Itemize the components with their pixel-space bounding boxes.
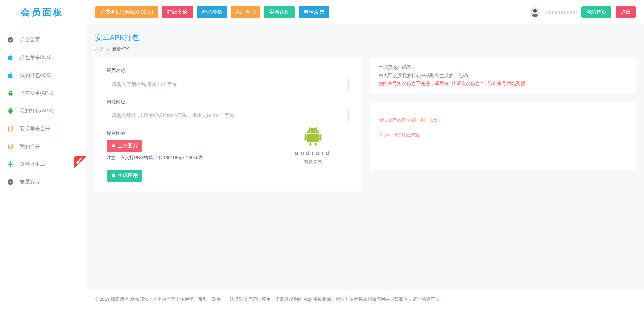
notice-line-1: 测试版有效期为24小时（1天）， <box>378 117 628 123</box>
brand-icon <box>4 6 18 19</box>
main-content: 安卓APK打包 系统 新增APK 应用名称 网站网址 应用图标 上传图片 注意：… <box>87 24 644 290</box>
upload-image-button[interactable]: 上传图片 <box>107 140 142 152</box>
sidebar-item-label: 打包苹果(iOS) <box>20 54 52 61</box>
sidebar-item-merge-my[interactable]: 我的合并 <box>0 138 87 155</box>
avatar[interactable] <box>530 7 540 17</box>
realname-auth-button[interactable]: 实名认证 <box>264 6 295 18</box>
sidebar-item-label: 安卓苹果合并 <box>20 125 50 132</box>
sidebar-item-label: 我的打包(APK) <box>20 108 53 114</box>
api-button[interactable]: Api 接口 <box>231 6 261 18</box>
site-url-label: 网站网址 <box>107 99 349 105</box>
page-title: 安卓APK打包 <box>95 33 636 43</box>
android-logo-icon <box>301 124 325 148</box>
question-icon <box>7 178 14 186</box>
sidebar-item-merge[interactable]: 安卓苹果合并 <box>0 120 87 138</box>
copy-icon <box>7 125 14 132</box>
recharge-button[interactable]: 在线充值 <box>162 6 193 18</box>
sidebar-item-label: 专属客服 <box>20 179 40 185</box>
notice-line-2: 请尽可能使用正式版。 <box>378 132 628 138</box>
new-ribbon-badge: NEW <box>74 156 87 169</box>
sidebar-menu: 后台首页 打包苹果(iOS) 我的打包(iOS) 打包安卓(APK) 我的打包(… <box>0 24 87 191</box>
icon-preview-caption: 图标展示 <box>279 159 346 165</box>
sidebar-item-support[interactable]: 专属客服 <box>0 173 87 191</box>
user-area: 18888888888 网站首页 退出 <box>530 6 636 18</box>
sidebar-item-dashboard[interactable]: 后台首页 <box>0 31 87 49</box>
site-url-input[interactable] <box>107 109 349 122</box>
app-icon-preview: android 图标展示 <box>279 124 346 165</box>
sidebar-item-label: 短网址生成 <box>20 161 45 167</box>
invoice-button[interactable]: 申请发票 <box>299 6 329 18</box>
android-icon <box>7 90 14 97</box>
realname-warning-text[interactable]: 您的账号实名信息不完整，请尽快" 认证实名信息 "，防止账号功能受损 <box>378 80 628 88</box>
product-price-button[interactable]: 产品价格 <box>197 6 227 18</box>
qr-preview-card: 生成预览扫码区： 您也可以进我的打包中获取您生成的二维码 您的账号实名信息不完整… <box>370 58 636 93</box>
apple-icon <box>7 72 14 79</box>
android-icon <box>7 107 14 114</box>
sidebar-item-shorturl[interactable]: 短网址生成 NEW <box>0 155 87 173</box>
app-name-label: 应用名称 <box>107 68 349 74</box>
footer-copyright-text: © 2019 版权所有 发布须知：本平台严禁上传色情、反动、政治、非法博彩类等违… <box>95 297 440 302</box>
logout-button[interactable]: 退出 <box>616 6 636 18</box>
copy-icon <box>7 143 14 150</box>
apk-form-card: 应用名称 网站网址 应用图标 上传图片 注意：仅支持PNG格式,上传180*18… <box>95 58 361 191</box>
sidebar-item-label: 我的打包(iOS) <box>20 72 52 79</box>
footer: © 2019 版权所有 发布须知：本平台严禁上传色情、反动、政治、非法博彩类等违… <box>87 290 644 309</box>
plane-icon <box>7 161 14 168</box>
breadcrumb-root[interactable]: 系统 <box>95 46 103 52</box>
consumption-detail-button[interactable]: 消费明细 (余额:0.00元) <box>95 6 158 18</box>
sidebar-item-apk-my[interactable]: 我的打包(APK) <box>0 102 87 120</box>
sidebar-item-label: 后台首页 <box>20 37 40 43</box>
sidebar-item-ios-my[interactable]: 我的打包(iOS) <box>0 66 87 84</box>
sidebar-item-label: 我的合并 <box>20 143 40 150</box>
user-phone: 18888888888 <box>544 9 577 15</box>
brand-logo[interactable]: 会员面板 <box>0 0 87 24</box>
preview-line-2: 您也可以进我的打包中获取您生成的二维码 <box>378 72 628 80</box>
dashboard-icon <box>7 36 14 43</box>
preview-line-1: 生成预览扫码区： <box>378 64 628 72</box>
app-name-input[interactable] <box>107 78 349 91</box>
brand-name: 会员面板 <box>21 6 64 18</box>
sidebar: 会员面板 后台首页 打包苹果(iOS) 我的打包(iOS) 打包安卓(APK) … <box>0 0 87 309</box>
android-icon <box>111 173 116 178</box>
trial-notice-card: 测试版有效期为24小时（1天）， 请尽可能使用正式版。 <box>370 102 636 170</box>
breadcrumb: 系统 新增APK <box>95 46 636 52</box>
android-wordmark: android <box>279 150 346 157</box>
chevron-right-icon <box>106 47 110 51</box>
apple-icon <box>7 54 14 61</box>
site-home-button[interactable]: 网站首页 <box>581 6 611 18</box>
sidebar-item-label: 打包安卓(APK) <box>20 90 53 96</box>
android-icon <box>111 143 116 148</box>
topbar: 消费明细 (余额:0.00元) 在线充值 产品价格 Api 接口 实名认证 申请… <box>87 0 644 24</box>
sidebar-item-ios-package[interactable]: 打包苹果(iOS) <box>0 49 87 66</box>
breadcrumb-current: 新增APK <box>112 46 129 52</box>
generate-app-button[interactable]: 生成应用 <box>107 170 142 182</box>
sidebar-item-apk-package[interactable]: 打包安卓(APK) <box>0 84 87 102</box>
